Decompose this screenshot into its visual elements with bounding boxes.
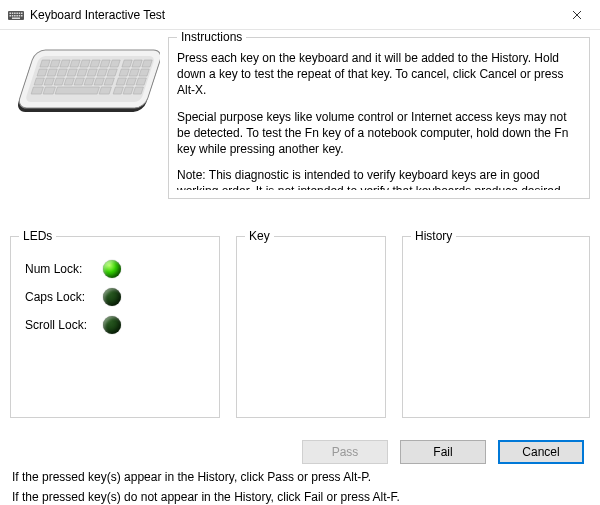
- instructions-p2: Special purpose keys like volume control…: [177, 109, 575, 158]
- instructions-group: Instructions Press each key on the keybo…: [168, 30, 590, 199]
- title-bar: Keyboard Interactive Test: [0, 0, 600, 30]
- keyboard-image: [10, 30, 160, 131]
- led-label: Caps Lock:: [23, 290, 103, 304]
- svg-rect-10: [16, 15, 18, 17]
- instructions-legend: Instructions: [177, 30, 246, 44]
- svg-rect-2: [12, 12, 14, 14]
- led-row-numlock: Num Lock:: [23, 255, 207, 283]
- pass-button[interactable]: Pass: [302, 440, 388, 464]
- history-group: History: [402, 229, 590, 418]
- keyboard-app-icon: [8, 9, 24, 21]
- button-row: Pass Fail Cancel: [10, 440, 590, 464]
- cancel-button[interactable]: Cancel: [498, 440, 584, 464]
- footer-line-fail: If the pressed key(s) do not appear in t…: [10, 490, 590, 504]
- svg-rect-11: [19, 15, 21, 17]
- svg-rect-3: [14, 12, 16, 14]
- led-row-capslock: Caps Lock:: [23, 283, 207, 311]
- svg-rect-12: [21, 15, 23, 17]
- svg-rect-5: [19, 12, 21, 14]
- leds-group: LEDs Num Lock: Caps Lock: Scroll Lock:: [10, 229, 220, 418]
- instructions-p3: Note: This diagnostic is intended to ver…: [177, 167, 575, 190]
- svg-rect-9: [14, 15, 16, 17]
- history-list[interactable]: [411, 249, 581, 409]
- history-legend: History: [411, 229, 456, 243]
- svg-rect-13: [12, 17, 20, 19]
- window-title: Keyboard Interactive Test: [30, 8, 165, 22]
- svg-rect-50: [31, 87, 43, 94]
- fail-button[interactable]: Fail: [400, 440, 486, 464]
- key-legend: Key: [245, 229, 274, 243]
- led-label: Num Lock:: [23, 262, 103, 276]
- leds-legend: LEDs: [19, 229, 56, 243]
- svg-rect-7: [10, 15, 12, 17]
- led-label: Scroll Lock:: [23, 318, 103, 332]
- led-indicator-capslock: [103, 288, 121, 306]
- svg-rect-1: [10, 12, 12, 14]
- key-group: Key: [236, 229, 386, 418]
- close-button[interactable]: [554, 0, 600, 30]
- svg-rect-51: [43, 87, 55, 94]
- led-row-scrolllock: Scroll Lock:: [23, 311, 207, 339]
- led-indicator-numlock: [103, 260, 121, 278]
- footer-line-pass: If the pressed key(s) appear in the Hist…: [10, 470, 590, 484]
- led-indicator-scrolllock: [103, 316, 121, 334]
- instructions-scroll[interactable]: Press each key on the keyboard and it wi…: [177, 50, 581, 190]
- instructions-p1: Press each key on the keyboard and it wi…: [177, 50, 575, 99]
- key-display: [245, 249, 377, 409]
- svg-rect-4: [16, 12, 18, 14]
- svg-rect-52: [55, 87, 99, 94]
- svg-rect-53: [99, 87, 111, 94]
- svg-rect-8: [12, 15, 14, 17]
- svg-rect-6: [21, 12, 23, 14]
